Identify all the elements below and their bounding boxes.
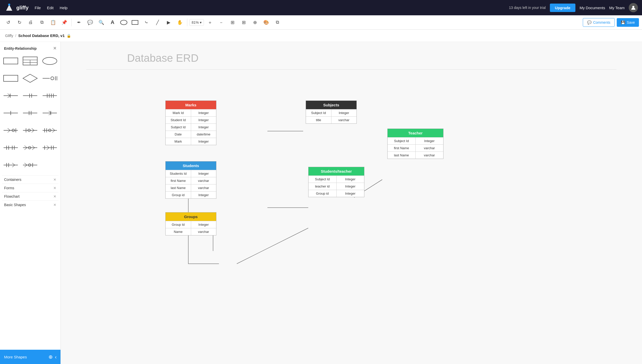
section-flowchart-close[interactable]: ✕ xyxy=(53,194,56,198)
text-tool[interactable]: A xyxy=(107,17,118,28)
zoom-in-button[interactable]: ＋ xyxy=(205,17,215,28)
shape-rectangle[interactable] xyxy=(2,55,19,67)
shape-ellipse[interactable] xyxy=(41,55,58,67)
table-marks-row-0: Mark Id Integer xyxy=(166,109,216,116)
shape-zero-or-one[interactable] xyxy=(41,72,58,84)
groups-type-0: Integer xyxy=(191,221,216,228)
shape-table[interactable] xyxy=(21,55,39,67)
table-marks[interactable]: Marks Mark Id Integer Student Id Integer… xyxy=(165,101,216,145)
teacher-field-1: first Name xyxy=(388,145,416,152)
table-teacher[interactable]: Teacher Subject Id Integer first Name va… xyxy=(387,129,443,159)
table-marks-row-2: Subject Id Integer xyxy=(166,123,216,131)
save-button[interactable]: 💾 Save xyxy=(617,18,639,27)
students-field-2: last Name xyxy=(166,184,191,191)
notation-8[interactable] xyxy=(21,124,39,136)
avatar[interactable] xyxy=(629,3,638,12)
notation-14[interactable] xyxy=(21,159,39,171)
notation-13[interactable] xyxy=(2,159,19,171)
line-tool[interactable]: ╱ xyxy=(152,17,163,28)
more-shapes-collapse-icon: ‹ xyxy=(55,354,57,360)
hand-tool[interactable]: ✋ xyxy=(175,17,185,28)
zoom-dropdown-icon: ▾ xyxy=(200,20,202,24)
color-button[interactable]: 🎨 xyxy=(261,17,271,28)
pen-tool[interactable]: ✒ xyxy=(74,17,84,28)
marks-type-1: Integer xyxy=(191,117,216,123)
section-forms[interactable]: Forms ✕ xyxy=(2,184,58,192)
duplicate-button[interactable]: ⧉ xyxy=(37,17,47,28)
table-subjects[interactable]: Subjects Subject Id Integer title varcha… xyxy=(306,101,357,124)
section-containers-close[interactable]: ✕ xyxy=(53,178,56,182)
table-students-row-0: Students Id Integer xyxy=(166,170,216,177)
notation-9[interactable] xyxy=(41,124,58,136)
table-students-teacher[interactable]: Students/teacher Subject Id Integer teac… xyxy=(308,167,364,197)
print-button[interactable]: 🖨 xyxy=(26,17,36,28)
logo-text: gliffy xyxy=(16,5,29,11)
table-groups-header: Groups xyxy=(166,212,216,221)
table-groups[interactable]: Groups Group Id Integer Name varchar xyxy=(165,212,216,235)
add-button[interactable]: ⊕ xyxy=(250,17,260,28)
section-flowchart[interactable]: Flowchart ✕ xyxy=(2,192,58,200)
notation-5[interactable] xyxy=(21,107,39,119)
svg-line-53 xyxy=(52,130,55,132)
table-subjects-row-0: Subject Id Integer xyxy=(306,109,356,116)
nav-edit[interactable]: Edit xyxy=(47,6,54,10)
notation-2[interactable] xyxy=(21,90,39,102)
st-type-0: Integer xyxy=(337,176,364,183)
undo-button[interactable]: ↺ xyxy=(3,17,13,28)
notation-6[interactable] xyxy=(41,107,58,119)
notation-1[interactable] xyxy=(2,90,19,102)
notation-4[interactable] xyxy=(2,107,19,119)
connector-tool[interactable]: ⤷ xyxy=(141,17,151,28)
section-forms-label: Forms xyxy=(4,186,14,190)
search-tool[interactable]: 🔍 xyxy=(96,17,106,28)
separator-2 xyxy=(187,19,187,26)
more-shapes-bar[interactable]: More Shapes ⊕ ‹ xyxy=(0,350,61,364)
notation-11[interactable] xyxy=(21,142,39,154)
zoom-out-button[interactable]: － xyxy=(216,17,226,28)
redo-button[interactable]: ↻ xyxy=(14,17,24,28)
section-flowchart-label: Flowchart xyxy=(4,194,20,198)
grid-button[interactable]: ⊞ xyxy=(239,17,249,28)
ellipse-tool[interactable] xyxy=(119,17,129,28)
table-students[interactable]: Students Students Id Integer first Name … xyxy=(165,161,216,199)
nav-file[interactable]: File xyxy=(35,6,41,10)
comment-tool[interactable]: 💬 xyxy=(85,17,95,28)
section-basic-shapes[interactable]: Basic Shapes ✕ xyxy=(2,200,58,209)
paste-button[interactable]: 📌 xyxy=(59,17,69,28)
shape-diamond[interactable] xyxy=(21,72,39,84)
my-team-link[interactable]: My Team xyxy=(609,6,625,10)
table-teacher-header: Teacher xyxy=(388,129,443,137)
breadcrumb-root[interactable]: Gliffy xyxy=(5,34,13,38)
pointer-tool[interactable]: ▶ xyxy=(164,17,174,28)
layers-button[interactable]: ⧉ xyxy=(272,17,282,28)
students-type-1: varchar xyxy=(191,177,216,184)
notation-10[interactable] xyxy=(2,142,19,154)
my-documents-link[interactable]: My Documents xyxy=(579,6,605,10)
zoom-control[interactable]: 81% ▾ xyxy=(189,19,204,26)
section-forms-close[interactable]: ✕ xyxy=(53,186,56,190)
notation-3[interactable] xyxy=(41,90,58,102)
rect-tool[interactable] xyxy=(130,17,140,28)
zoom-level: 81% xyxy=(192,20,199,24)
section-basic-shapes-close[interactable]: ✕ xyxy=(53,203,56,207)
nav-help[interactable]: Help xyxy=(60,6,68,10)
sidebar-close-button[interactable]: ✕ xyxy=(53,46,56,51)
comments-button[interactable]: 💬 Comments xyxy=(583,18,615,27)
st-field-2: Group id xyxy=(308,190,337,197)
svg-line-64 xyxy=(32,148,35,150)
logo[interactable]: gliffy xyxy=(4,3,29,13)
upgrade-button[interactable]: Upgrade xyxy=(550,4,576,12)
fit-page-button[interactable]: ⊞ xyxy=(227,17,238,28)
copy-button[interactable]: 📋 xyxy=(48,17,58,28)
shape-grid-4 xyxy=(2,106,58,123)
table-students-row-1: first Name varchar xyxy=(166,177,216,184)
marks-field-4: Mark xyxy=(166,138,191,145)
svg-line-74 xyxy=(12,163,15,165)
svg-line-86 xyxy=(237,228,308,264)
shape-rect-outline[interactable] xyxy=(2,72,19,84)
section-containers[interactable]: Containers ✕ xyxy=(2,175,58,184)
notation-12[interactable] xyxy=(41,142,58,154)
subjects-field-0: Subject Id xyxy=(306,109,331,116)
canvas[interactable]: Database ERD Marks Mark Id Integer xyxy=(61,42,642,364)
notation-7[interactable] xyxy=(2,124,19,136)
